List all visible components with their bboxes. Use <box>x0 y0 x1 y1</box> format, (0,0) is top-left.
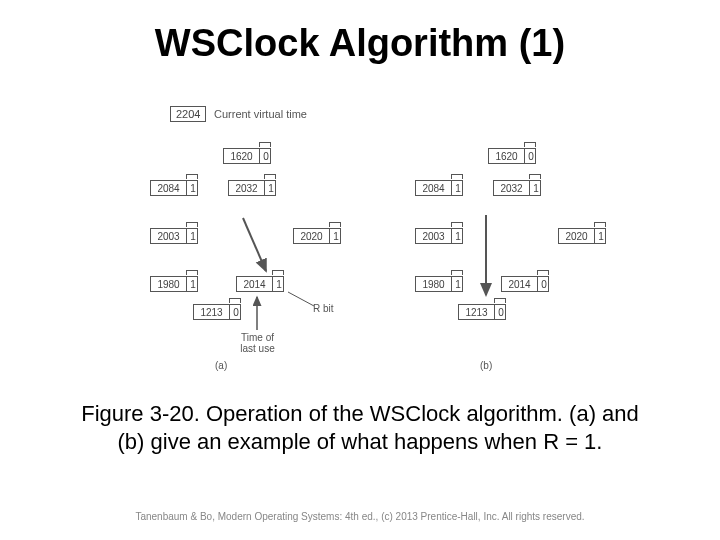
page-time: 1620 <box>224 149 260 163</box>
page-b-upper-right: 2032 1 <box>493 180 541 198</box>
page-time: 2003 <box>416 229 452 243</box>
time-of-last-use-label: Time of last use <box>230 332 285 354</box>
page-time: 2020 <box>294 229 330 243</box>
current-virtual-time-box: 2204 <box>170 106 206 122</box>
page-time: 2020 <box>559 229 595 243</box>
page-time: 2032 <box>494 181 530 195</box>
time-of-last-use-pointer-icon <box>250 294 264 332</box>
page-b-lower-right: 2014 0 <box>501 276 549 294</box>
page-a-lower-left: 1980 1 <box>150 276 198 294</box>
page-time: 1213 <box>459 305 495 319</box>
page-rbit: 0 <box>538 277 550 291</box>
page-time: 1980 <box>416 277 452 291</box>
slide-title: WSClock Algorithm (1) <box>0 22 720 65</box>
page-b-mid-left: 2003 1 <box>415 228 463 246</box>
page-rbit: 1 <box>330 229 342 243</box>
page-time: 1213 <box>194 305 230 319</box>
page-rbit: 1 <box>595 229 607 243</box>
svg-line-1 <box>288 292 314 306</box>
subfigure-a-label: (a) <box>215 360 227 371</box>
cvt-value: 2204 <box>176 108 200 120</box>
page-b-bottom: 1213 0 <box>458 304 506 322</box>
page-b-upper-left: 2084 1 <box>415 180 463 198</box>
page-rbit: 1 <box>452 277 464 291</box>
current-virtual-time-label: Current virtual time <box>214 108 307 120</box>
page-a-mid-right: 2020 1 <box>293 228 341 246</box>
subfigure-b-label: (b) <box>480 360 492 371</box>
page-rbit: 0 <box>495 305 507 319</box>
page-a-bottom: 1213 0 <box>193 304 241 322</box>
page-b-mid-right: 2020 1 <box>558 228 606 246</box>
page-b-lower-left: 1980 1 <box>415 276 463 294</box>
page-rbit: 1 <box>187 181 199 195</box>
page-rbit: 1 <box>530 181 542 195</box>
copyright-footer: Tanenbaum & Bo, Modern Operating Systems… <box>0 511 720 522</box>
page-a-top: 1620 0 <box>223 148 271 166</box>
page-rbit: 0 <box>260 149 272 163</box>
page-a-upper-right: 2032 1 <box>228 180 276 198</box>
page-rbit: 1 <box>452 229 464 243</box>
page-rbit: 1 <box>452 181 464 195</box>
svg-line-0 <box>243 218 266 271</box>
page-b-top: 1620 0 <box>488 148 536 166</box>
page-time: 1620 <box>489 149 525 163</box>
page-a-mid-left: 2003 1 <box>150 228 198 246</box>
page-time: 2032 <box>229 181 265 195</box>
page-time: 2014 <box>502 277 538 291</box>
page-rbit: 1 <box>187 229 199 243</box>
page-rbit: 1 <box>265 181 277 195</box>
rbit-label-a: R bit <box>313 303 334 314</box>
clock-hand-b-icon <box>476 213 496 303</box>
page-a-upper-left: 2084 1 <box>150 180 198 198</box>
page-time: 1980 <box>151 277 187 291</box>
page-rbit: 0 <box>230 305 242 319</box>
figure-caption: Figure 3-20. Operation of the WSClock al… <box>70 400 650 455</box>
page-rbit: 1 <box>187 277 199 291</box>
page-time: 2084 <box>151 181 187 195</box>
figure-3-20: 2204 Current virtual time 1620 0 2084 1 … <box>118 98 618 378</box>
rbit-pointer-icon <box>286 290 316 310</box>
page-rbit: 0 <box>525 149 537 163</box>
page-time: 2084 <box>416 181 452 195</box>
clock-hand-a-icon <box>238 213 288 283</box>
page-time: 2003 <box>151 229 187 243</box>
